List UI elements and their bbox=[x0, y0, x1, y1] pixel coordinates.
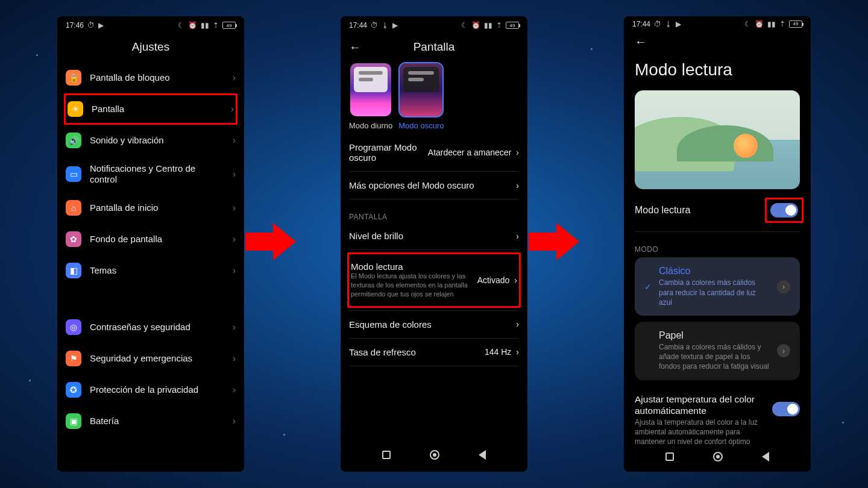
alarm-icon: ⏱ bbox=[654, 20, 661, 28]
recents-button[interactable] bbox=[665, 452, 674, 461]
status-bar: 17:46 ⏱ ▶ ☾ ⏰ ▮▮ ⇡ 49 bbox=[57, 16, 244, 34]
row-value: 144 Hz bbox=[485, 347, 511, 357]
option-title: Papel bbox=[659, 330, 771, 341]
row-description: El Modo lectura ajusta los colores y las… bbox=[351, 272, 473, 299]
page-title: Pantalla bbox=[414, 40, 455, 53]
more-dark-options-row[interactable]: Más opciones del Modo oscuro › bbox=[349, 174, 519, 196]
auto-color-toggle[interactable] bbox=[772, 402, 800, 416]
brightness-row[interactable]: Nivel de brillo › bbox=[349, 225, 519, 247]
chevron-right-icon: › bbox=[516, 148, 519, 157]
light-mode-label: Modo diurno bbox=[349, 117, 392, 131]
settings-item-label: Sonido y vibración bbox=[90, 135, 224, 146]
auto-color-temp-row[interactable]: Ajustar temperatura del color automática… bbox=[635, 386, 800, 447]
settings-item-battery[interactable]: ▣ Batería › bbox=[66, 405, 236, 437]
row-value: Activado bbox=[477, 275, 510, 285]
settings-item-display[interactable]: ☀ Pantalla › bbox=[64, 93, 237, 125]
status-time: 17:46 bbox=[66, 21, 84, 30]
settings-item-homescreen[interactable]: ⌂ Pantalla de inicio › bbox=[66, 192, 236, 224]
wifi-icon: ⇡ bbox=[496, 21, 502, 30]
page-title: Ajustes bbox=[57, 34, 244, 62]
option-description: Cambia a colores más cálidos y añade tex… bbox=[659, 342, 771, 372]
settings-item-privacy[interactable]: ✪ Protección de la privacidad › bbox=[66, 374, 236, 405]
settings-item-themes[interactable]: ◧ Temas › bbox=[66, 255, 236, 286]
reading-mode-row[interactable]: Modo lectura El Modo lectura ajusta los … bbox=[347, 252, 521, 308]
row-description: Ajusta la temperatura del color a la luz… bbox=[635, 418, 765, 446]
shield-icon: ✪ bbox=[66, 382, 81, 398]
settings-item-label: Fondo de pantalla bbox=[90, 234, 224, 245]
settings-item-label: Seguridad y emergencias bbox=[90, 353, 224, 364]
chevron-right-icon: › bbox=[233, 353, 236, 364]
page-title: Modo lectura bbox=[635, 52, 800, 90]
dark-mode-card[interactable]: Modo oscuro bbox=[398, 62, 444, 131]
chevron-right-icon: › bbox=[233, 384, 236, 395]
chevron-right-icon: › bbox=[233, 72, 236, 83]
battery-icon: 49 bbox=[789, 20, 802, 28]
home-button[interactable] bbox=[430, 450, 439, 460]
mode-option-paper[interactable]: Papel Cambia a colores más cálidos y aña… bbox=[635, 322, 800, 380]
navigation-bar bbox=[624, 446, 811, 472]
chevron-right-icon: › bbox=[233, 322, 236, 333]
chevron-right-icon: › bbox=[231, 104, 234, 114]
settings-item-lockscreen[interactable]: 🔒 Pantalla de bloqueo › bbox=[66, 62, 236, 93]
moon-icon: ☾ bbox=[744, 20, 751, 28]
row-title: Modo lectura bbox=[351, 261, 473, 272]
settings-item-notifications[interactable]: ▭ Notificaciones y Centro de control › bbox=[66, 156, 236, 192]
mode-option-classic[interactable]: ✓ Clásico Cambia a colores más cálidos p… bbox=[635, 257, 800, 316]
lock-icon: 🔒 bbox=[66, 70, 81, 86]
status-time: 17:44 bbox=[632, 20, 650, 28]
phone-reading-mode-screen: 17:44 ⏱ ⭳ ▶ ☾ ⏰ ▮▮ ⇡ 49 ← Modo lectura M… bbox=[624, 16, 811, 472]
option-description: Cambia a colores más cálidos para reduci… bbox=[659, 278, 771, 307]
back-button[interactable]: ← bbox=[349, 40, 361, 54]
wifi-icon: ⇡ bbox=[779, 20, 785, 28]
row-title: Nivel de brillo bbox=[349, 231, 511, 241]
sun-icon: ☀ bbox=[68, 101, 83, 117]
row-title: Ajustar temperatura del color automática… bbox=[635, 393, 765, 417]
battery-icon: ▣ bbox=[66, 413, 81, 429]
youtube-icon: ▶ bbox=[676, 20, 681, 28]
alarm-icon: ⏱ bbox=[87, 21, 95, 30]
reading-mode-toggle[interactable] bbox=[770, 203, 798, 217]
back-button[interactable] bbox=[762, 452, 769, 461]
chevron-right-icon: › bbox=[516, 319, 519, 329]
chevron-right-icon: › bbox=[514, 275, 517, 285]
chevron-right-icon: › bbox=[233, 265, 236, 276]
settings-item-security[interactable]: ⚑ Seguridad y emergencias › bbox=[66, 343, 236, 374]
light-mode-card[interactable]: Modo diurno bbox=[349, 62, 392, 131]
battery-icon: 49 bbox=[506, 22, 519, 29]
settings-item-label: Protección de la privacidad bbox=[90, 384, 224, 395]
color-scheme-row[interactable]: Esquema de colores › bbox=[349, 313, 519, 336]
back-button[interactable]: ← bbox=[635, 35, 647, 49]
alarm2-icon: ⏰ bbox=[471, 21, 480, 30]
panel-icon: ▭ bbox=[66, 166, 81, 182]
recents-button[interactable] bbox=[382, 451, 391, 459]
settings-item-label: Contraseñas y seguridad bbox=[90, 322, 224, 333]
download-icon: ⭳ bbox=[382, 21, 389, 30]
chevron-right-icon: › bbox=[233, 416, 236, 427]
settings-item-label: Notificaciones y Centro de control bbox=[90, 163, 224, 185]
home-button[interactable] bbox=[713, 452, 723, 461]
signal-icon: ▮▮ bbox=[484, 21, 492, 30]
chevron-right-icon: › bbox=[516, 347, 519, 357]
chevron-right-icon: › bbox=[516, 231, 519, 241]
speaker-icon: 🔊 bbox=[66, 133, 81, 148]
preview-image bbox=[635, 90, 800, 189]
settings-item-label: Pantalla de bloqueo bbox=[90, 72, 224, 83]
settings-item-sound[interactable]: 🔊 Sonido y vibración › bbox=[66, 125, 236, 156]
reading-mode-toggle-label: Modo lectura bbox=[635, 205, 769, 216]
settings-item-passwords[interactable]: ◎ Contraseñas y seguridad › bbox=[66, 311, 236, 343]
settings-item-wallpaper[interactable]: ✿ Fondo de pantalla › bbox=[66, 224, 236, 255]
emergency-icon: ⚑ bbox=[66, 351, 81, 366]
back-button[interactable] bbox=[479, 450, 486, 460]
refresh-rate-row[interactable]: Tasa de refresco 144 Hz › bbox=[349, 341, 519, 363]
fingerprint-icon: ◎ bbox=[66, 319, 81, 335]
check-icon: ✓ bbox=[644, 282, 653, 292]
section-label-mode: MODO bbox=[635, 234, 800, 257]
row-title: Esquema de colores bbox=[349, 319, 511, 330]
chevron-right-icon: › bbox=[777, 344, 790, 357]
settings-item-label: Pantalla de inicio bbox=[90, 202, 224, 213]
row-title: Tasa de refresco bbox=[349, 347, 480, 357]
option-title: Clásico bbox=[659, 266, 771, 277]
moon-icon: ☾ bbox=[178, 21, 184, 30]
youtube-icon: ▶ bbox=[98, 21, 104, 30]
schedule-dark-mode-row[interactable]: Programar Modo oscuro Atardecer a amanec… bbox=[349, 136, 519, 169]
